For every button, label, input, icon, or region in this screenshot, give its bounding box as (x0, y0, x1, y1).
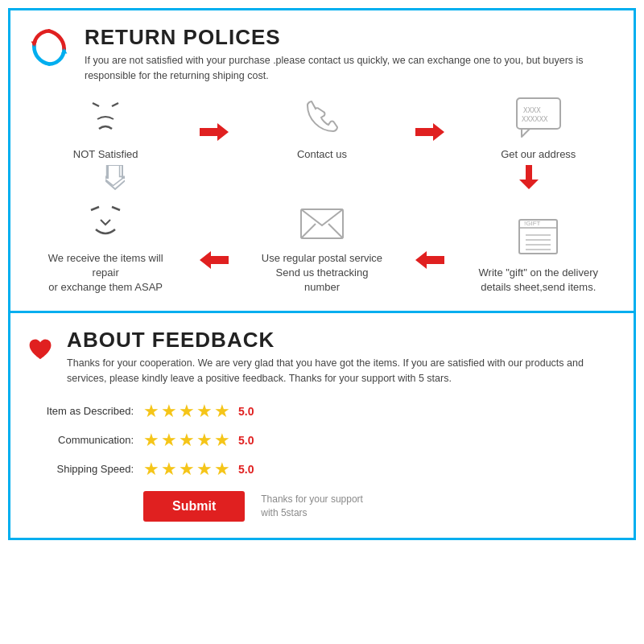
rating-row-shipping: Shipping Speed: ★ ★ ★ ★ ★ 5.0 (27, 459, 617, 480)
phone-icon (299, 95, 344, 142)
feedback-description: Thanks for your cooperation. We are very… (67, 356, 617, 386)
arrow-down-outline (51, 165, 180, 191)
svg-text:XXXX: XXXX (523, 106, 541, 114)
flow-row-1: NOT Satisfied Contact us (27, 95, 617, 162)
svg-marker-12 (519, 165, 539, 189)
sad-face-icon (81, 95, 130, 142)
step-receive-repair: We receive the items will repair or exch… (41, 199, 170, 295)
step-postal-service: Use regular postal service Send us thetr… (258, 203, 386, 295)
ratings-block: Item as Described: ★ ★ ★ ★ ★ 5.0 Communi… (27, 401, 617, 480)
star-1: ★ (143, 459, 159, 480)
step-write-gift-label: Write "gift" on the delivery details she… (479, 266, 598, 295)
svg-text:!GIFT: !GIFT (524, 220, 541, 227)
svg-marker-11 (105, 165, 125, 189)
star-2: ★ (161, 401, 177, 422)
return-description: If you are not satisfied with your purch… (85, 53, 617, 84)
star-2: ★ (161, 430, 177, 451)
arrow-left-2 (415, 251, 444, 272)
stars-shipping: ★ ★ ★ ★ ★ (143, 459, 230, 480)
rating-row-communication: Communication: ★ ★ ★ ★ ★ 5.0 (27, 430, 617, 451)
chat-icon: XXXX XXXXXX (510, 95, 567, 142)
stars-item: ★ ★ ★ ★ ★ (143, 401, 230, 422)
step-postal-service-label: Use regular postal service Send us thetr… (258, 251, 386, 295)
rating-value-shipping: 5.0 (238, 463, 254, 476)
step-contact-us: Contact us (258, 95, 386, 162)
return-section: RETURN POLICES If you are not satisfied … (10, 10, 634, 313)
rating-value-item: 5.0 (238, 405, 254, 418)
step-receive-repair-label: We receive the items will repair or exch… (41, 251, 170, 295)
star-4: ★ (196, 430, 213, 451)
rating-row-item: Item as Described: ★ ★ ★ ★ ★ 5.0 (27, 401, 617, 422)
happy-face-icon (81, 199, 130, 246)
rating-label-communication: Communication: (27, 434, 143, 446)
star-4: ★ (196, 459, 213, 480)
svg-marker-19 (415, 251, 444, 269)
svg-marker-7 (522, 129, 530, 137)
svg-marker-0 (31, 42, 37, 47)
step-get-address-label: Get our address (501, 147, 576, 162)
svg-line-18 (328, 224, 343, 238)
step-write-gift: !GIFT Write "gift" on the delivery detai… (474, 213, 603, 295)
svg-text:XXXXXX: XXXXXX (522, 115, 548, 123)
rating-value-communication: 5.0 (238, 434, 254, 447)
svg-marker-1 (61, 48, 67, 54)
step-get-address: XXXX XXXXXX Get our address (474, 95, 603, 162)
stars-communication: ★ ★ ★ ★ ★ (143, 430, 230, 451)
svg-marker-4 (200, 123, 229, 141)
star-3: ★ (179, 401, 195, 422)
star-3: ★ (179, 430, 195, 451)
star-1: ★ (143, 401, 159, 422)
step-not-satisfied-label: NOT Satisfied (73, 147, 138, 162)
rating-label-item: Item as Described: (27, 405, 143, 417)
arrow-right-1 (200, 123, 229, 144)
heart-icon (27, 328, 54, 373)
svg-line-17 (301, 224, 316, 238)
submit-note: Thanks for your support with 5stars (261, 493, 363, 520)
flow-row-2: We receive the items will repair or exch… (27, 199, 617, 295)
rating-label-shipping: Shipping Speed: (27, 463, 143, 475)
svg-marker-5 (415, 123, 444, 141)
step-contact-us-label: Contact us (297, 147, 347, 162)
middle-arrows (27, 162, 617, 194)
star-5: ★ (214, 430, 230, 451)
star-2: ★ (161, 459, 177, 480)
refresh-icon (27, 25, 72, 70)
star-4: ★ (196, 401, 213, 422)
return-title-block: RETURN POLICES If you are not satisfied … (85, 25, 617, 84)
feedback-section: ABOUT FEEDBACK Thanks for your cooperati… (10, 313, 634, 538)
page-container: RETURN POLICES If you are not satisfied … (8, 8, 636, 540)
star-5: ★ (214, 459, 230, 480)
return-title: RETURN POLICES (85, 25, 617, 50)
svg-line-13 (91, 207, 99, 210)
envelope-icon (298, 203, 346, 246)
star-1: ★ (143, 430, 159, 451)
star-3: ★ (179, 459, 195, 480)
svg-marker-15 (200, 251, 229, 269)
star-5: ★ (214, 401, 230, 422)
submit-button[interactable]: Submit (143, 491, 245, 522)
gift-card-icon: !GIFT (516, 213, 560, 261)
feedback-title: ABOUT FEEDBACK (67, 328, 617, 353)
arrow-left-1 (200, 251, 229, 272)
feedback-title-block: ABOUT FEEDBACK Thanks for your cooperati… (67, 328, 617, 386)
svg-line-2 (93, 103, 99, 106)
svg-line-14 (112, 207, 120, 210)
submit-row: Submit Thanks for your support with 5sta… (27, 491, 617, 522)
svg-line-3 (112, 103, 118, 106)
feedback-header: ABOUT FEEDBACK Thanks for your cooperati… (27, 328, 617, 386)
return-header: RETURN POLICES If you are not satisfied … (27, 25, 617, 84)
arrow-down-red (464, 165, 593, 191)
step-not-satisfied: NOT Satisfied (41, 95, 170, 162)
arrow-right-2 (415, 123, 444, 144)
